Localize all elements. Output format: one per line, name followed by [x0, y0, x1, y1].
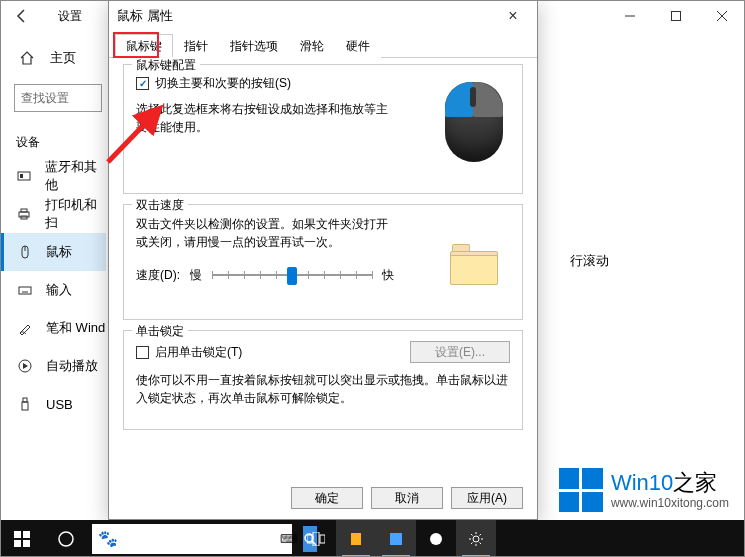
search-settings-input[interactable]: 查找设置 [14, 84, 102, 112]
svg-rect-5 [21, 209, 27, 212]
dialog-button-row: 确定 取消 应用(A) [291, 487, 523, 509]
mouse-icon [16, 243, 34, 261]
group-legend: 双击速度 [132, 197, 188, 214]
baidu-icon: 🐾 [98, 529, 118, 548]
click-lock-row[interactable]: 启用单击锁定(T) [136, 344, 242, 361]
home-icon [18, 49, 36, 67]
group-click-lock: 单击锁定 启用单击锁定(T) 设置(E)... 使你可以不用一直按着鼠标按钮就可… [123, 330, 523, 430]
svg-rect-13 [23, 398, 27, 402]
group-double-click: 双击速度 双击文件夹以检测你的设置。如果文件夹没打开或关闭，请用慢一点的设置再试… [123, 204, 523, 320]
taskbar-search[interactable]: 🐾 ⌨ [92, 524, 292, 554]
tab-hardware[interactable]: 硬件 [335, 34, 381, 58]
click-lock-settings-button: 设置(E)... [410, 341, 510, 363]
usb-icon [16, 395, 34, 413]
dialog-title: 鼠标 属性 [117, 7, 173, 25]
svg-point-20 [59, 532, 73, 546]
autoplay-icon [16, 357, 34, 375]
dialog-tabs: 鼠标键 指针 指针选项 滑轮 硬件 [109, 33, 537, 58]
svg-rect-18 [14, 540, 21, 547]
sidebar-item-label: 自动播放 [46, 357, 98, 375]
speed-fast-label: 快 [382, 267, 394, 284]
group-button-config: 鼠标键配置 切换主要和次要的按钮(S) 选择此复选框来将右按钮设成如选择和拖放等… [123, 64, 523, 194]
sidebar-item-label: USB [46, 397, 73, 412]
ok-button[interactable]: 确定 [291, 487, 363, 509]
swap-buttons-desc: 选择此复选框来将右按钮设成如选择和拖放等主要性能使用。 [136, 100, 396, 136]
start-button[interactable] [0, 520, 44, 557]
svg-point-28 [430, 533, 442, 545]
keyboard-icon [16, 281, 34, 299]
minimize-button[interactable] [607, 0, 653, 32]
sidebar-item-usb[interactable]: USB [0, 385, 106, 423]
sidebar-item-pen[interactable]: 笔和 Wind [0, 309, 106, 347]
window-controls [607, 0, 745, 32]
sidebar-item-label: 蓝牙和其他 [45, 158, 106, 194]
sidebar-item-typing[interactable]: 输入 [0, 271, 106, 309]
slider-thumb[interactable] [287, 267, 297, 285]
keyboard-icon[interactable]: ⌨ [280, 532, 297, 546]
watermark-brand2: 之家 [673, 470, 717, 495]
settings-title: 设置 [58, 8, 82, 25]
folder-test-icon[interactable] [448, 241, 500, 289]
tab-buttons[interactable]: 鼠标键 [115, 34, 173, 58]
tab-pointers[interactable]: 指针 [173, 34, 219, 58]
printer-icon [16, 205, 33, 223]
speed-slow-label: 慢 [190, 267, 202, 284]
sidebar-item-label: 输入 [46, 281, 72, 299]
maximize-button[interactable] [653, 0, 699, 32]
taskbar-app-1[interactable] [336, 520, 376, 557]
speed-label: 速度(D): [136, 267, 180, 284]
click-lock-checkbox[interactable] [136, 346, 149, 359]
dialog-body: 鼠标键配置 切换主要和次要的按钮(S) 选择此复选框来将右按钮设成如选择和拖放等… [109, 58, 537, 446]
apply-button[interactable]: 应用(A) [451, 487, 523, 509]
watermark: Win10之家 www.win10xitong.com [559, 468, 729, 512]
svg-rect-3 [20, 174, 23, 178]
close-button[interactable] [699, 0, 745, 32]
mouse-illustration [440, 77, 508, 167]
sidebar-item-label: 打印机和扫 [45, 196, 106, 232]
taskbar-search-input[interactable] [124, 532, 274, 546]
cancel-button[interactable]: 取消 [371, 487, 443, 509]
windows-logo-icon [559, 468, 603, 512]
bluetooth-icon [16, 167, 33, 185]
task-view-button[interactable] [296, 520, 336, 557]
svg-rect-2 [18, 172, 30, 180]
taskbar-app-2[interactable] [376, 520, 416, 557]
sidebar-section-label: 设备 [0, 112, 106, 157]
click-lock-label: 启用单击锁定(T) [155, 344, 242, 361]
svg-rect-26 [351, 533, 361, 545]
content-text-fragment: 行滚动 [570, 252, 609, 270]
sidebar-item-mouse[interactable]: 鼠标 [0, 233, 106, 271]
double-click-desc: 双击文件夹以检测你的设置。如果文件夹没打开或关闭，请用慢一点的设置再试一次。 [136, 215, 396, 251]
sidebar-item-bluetooth[interactable]: 蓝牙和其他 [0, 157, 106, 195]
swap-buttons-checkbox[interactable] [136, 77, 149, 90]
tab-wheel[interactable]: 滑轮 [289, 34, 335, 58]
mouse-properties-dialog: 鼠标 属性 × 鼠标键 指针 指针选项 滑轮 硬件 鼠标键配置 切换主要和次要的… [108, 0, 538, 520]
back-button[interactable] [10, 4, 34, 28]
sidebar-item-label: 笔和 Wind [46, 319, 105, 337]
pen-icon [16, 319, 34, 337]
double-click-speed-slider[interactable] [212, 265, 372, 285]
sidebar-home-label: 主页 [50, 49, 76, 67]
taskbar-app-settings[interactable] [456, 520, 496, 557]
dialog-close-button[interactable]: × [497, 7, 529, 25]
svg-rect-16 [14, 531, 21, 538]
taskbar: 🐾 ⌨ [0, 520, 745, 557]
svg-rect-23 [307, 535, 312, 543]
watermark-brand1: Win10 [611, 470, 673, 495]
watermark-url: www.win10xitong.com [611, 496, 729, 510]
svg-point-29 [473, 536, 479, 542]
swap-buttons-label: 切换主要和次要的按钮(S) [155, 75, 291, 92]
group-legend: 鼠标键配置 [132, 57, 200, 74]
click-lock-desc: 使你可以不用一直按着鼠标按钮就可以突出显示或拖拽。单击鼠标以进入锁定状态，再次单… [136, 371, 510, 407]
tab-pointer-options[interactable]: 指针选项 [219, 34, 289, 58]
cortana-button[interactable] [44, 520, 88, 557]
sidebar-home[interactable]: 主页 [0, 40, 106, 76]
settings-sidebar: 主页 查找设置 设备 蓝牙和其他 打印机和扫 鼠标 输入 笔和 Wind 自动播… [0, 40, 106, 423]
sidebar-item-autoplay[interactable]: 自动播放 [0, 347, 106, 385]
svg-rect-25 [320, 535, 325, 543]
sidebar-item-label: 鼠标 [46, 243, 72, 261]
dialog-titlebar[interactable]: 鼠标 属性 × [109, 1, 537, 31]
taskbar-app-3[interactable] [416, 520, 456, 557]
svg-rect-17 [23, 531, 30, 538]
sidebar-item-printers[interactable]: 打印机和扫 [0, 195, 106, 233]
